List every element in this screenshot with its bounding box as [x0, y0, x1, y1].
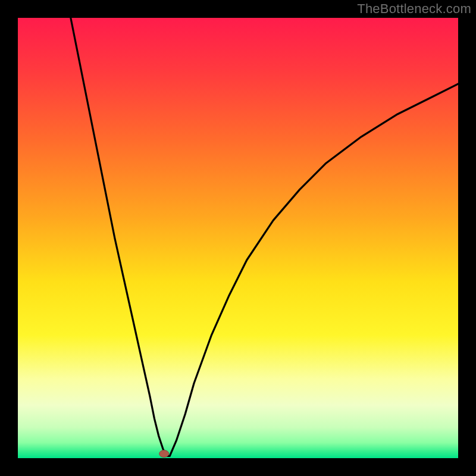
- page-root: TheBottleneck.com: [0, 0, 476, 476]
- watermark-text: TheBottleneck.com: [357, 1, 471, 17]
- bottleneck-chart: [18, 18, 458, 458]
- chart-frame: [18, 18, 458, 458]
- optimal-point-marker: [159, 450, 169, 458]
